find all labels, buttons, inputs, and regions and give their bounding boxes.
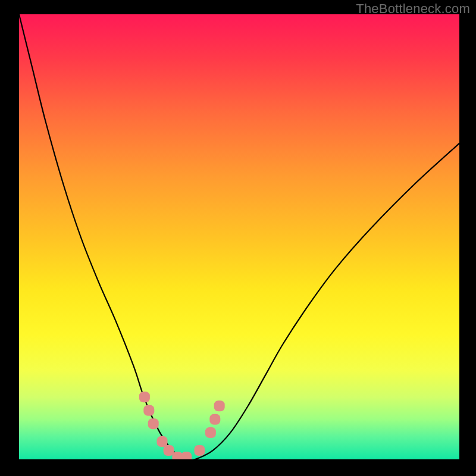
curve-marker	[148, 418, 159, 429]
curve-marker	[194, 445, 205, 456]
plot-area	[19, 14, 459, 459]
curve-marker	[181, 452, 192, 459]
curve-marker	[157, 436, 168, 447]
curve-marker	[139, 392, 150, 402]
chart-container: TheBottleneck.com	[0, 0, 476, 476]
curve-marker	[143, 405, 154, 416]
curve-markers	[139, 392, 225, 459]
curve-marker	[164, 445, 174, 456]
bottleneck-curve	[19, 14, 459, 459]
curve-layer	[19, 14, 459, 459]
curve-marker	[214, 400, 225, 411]
watermark-text: TheBottleneck.com	[356, 1, 470, 17]
curve-marker	[209, 414, 220, 425]
curve-marker	[205, 427, 216, 438]
